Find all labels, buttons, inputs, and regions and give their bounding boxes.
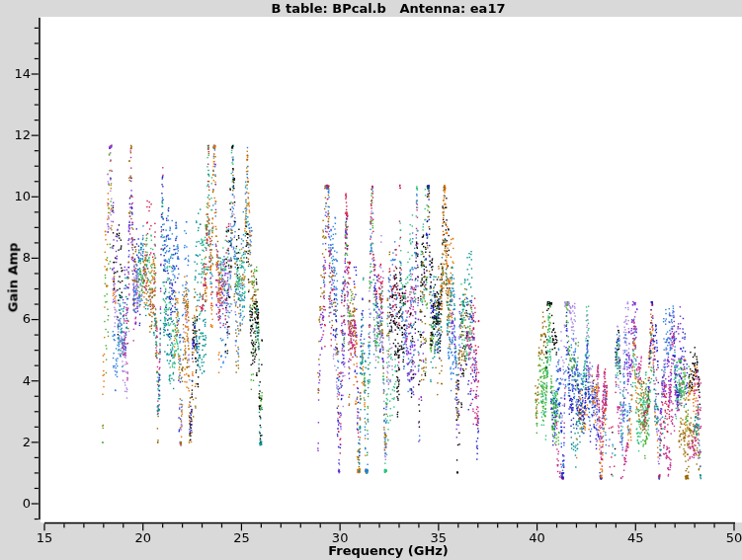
plotcal-window: B table: BPcal.b Antenna: ea17 Frequency…	[0, 0, 742, 560]
x-axis-label: Frequency (GHz)	[40, 543, 737, 558]
plot-title: B table: BPcal.b Antenna: ea17	[40, 0, 737, 17]
y-axis-label: Gain Amp	[6, 243, 21, 313]
bandpass-plot-canvas	[0, 0, 742, 560]
